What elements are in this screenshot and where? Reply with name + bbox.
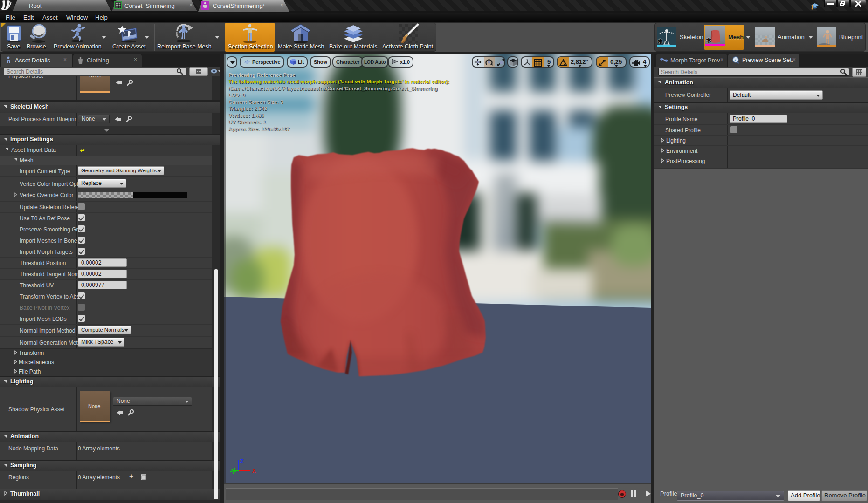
svg-text:Z: Z: [240, 458, 243, 465]
svg-text:X: X: [252, 468, 256, 474]
